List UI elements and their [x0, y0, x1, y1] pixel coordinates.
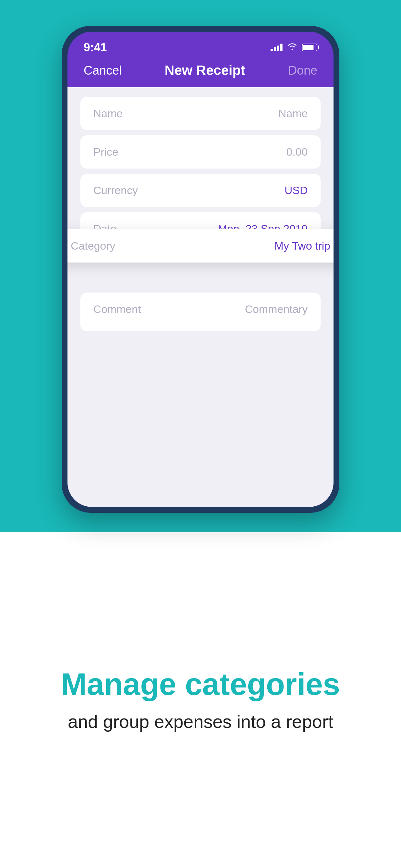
signal-icon [271, 43, 282, 51]
price-row[interactable]: Price 0.00 [81, 135, 320, 168]
name-label: Name [93, 107, 123, 120]
comment-input[interactable]: Commentary [245, 303, 308, 315]
status-time: 9:41 [84, 41, 107, 54]
nav-bar: Cancel New Receipt Done [67, 58, 334, 87]
content-area: Name Name Price 0.00 Currency USD Date M… [67, 87, 334, 507]
status-bar: 9:41 [67, 32, 334, 58]
battery-icon [302, 43, 317, 51]
manage-title: Manage categories [61, 666, 340, 702]
name-input[interactable]: Name [278, 107, 308, 120]
manage-subtitle: and group expenses into a report [68, 710, 333, 734]
category-row[interactable]: Category My Two trip [67, 229, 334, 262]
done-button[interactable]: Done [288, 64, 317, 78]
phone-inner: 9:41 [67, 32, 334, 507]
price-input[interactable]: 0.00 [286, 146, 308, 158]
wifi-icon [287, 42, 297, 53]
page-title: New Receipt [165, 63, 245, 78]
currency-row[interactable]: Currency USD [81, 174, 320, 207]
comment-label: Comment [93, 303, 141, 315]
currency-label: Currency [93, 184, 138, 197]
price-label: Price [93, 146, 118, 158]
status-icons [271, 42, 317, 53]
cancel-button[interactable]: Cancel [84, 64, 122, 78]
phone-frame: 9:41 [62, 26, 339, 513]
top-section: 9:41 [0, 0, 401, 532]
category-label: Category [71, 240, 115, 252]
category-value[interactable]: My Two trip [274, 240, 330, 252]
name-row[interactable]: Name Name [81, 97, 320, 130]
bottom-section: Manage categories and group expenses int… [0, 532, 401, 868]
comment-row[interactable]: Comment Commentary [81, 292, 320, 331]
currency-value[interactable]: USD [284, 184, 308, 197]
